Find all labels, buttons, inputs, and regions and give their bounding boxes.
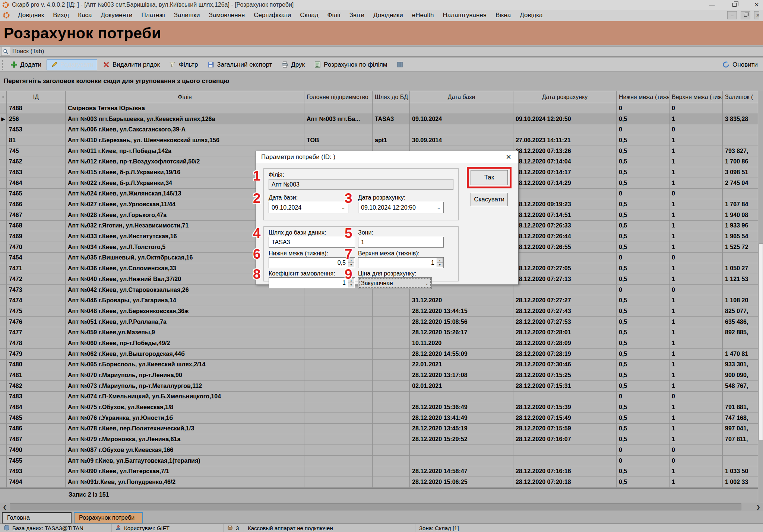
koef-spinner[interactable]: 1 ▲▼ [269,277,355,288]
print-button[interactable]: Друк [277,59,308,70]
table-row[interactable]: 7481Апт №070 г.Мариуполь, пр-т.Ленина,90… [0,370,763,381]
table-row[interactable]: 7490Апт №087 г.Обухов ул.Киевская,16600 [0,445,763,456]
row-selector[interactable] [0,381,7,392]
row-selector[interactable] [0,103,7,114]
scroll-right-icon[interactable]: ❯ [753,503,763,511]
group-by-area[interactable]: Перетягніть заголовок колонки сюди для у… [0,71,763,91]
row-selector[interactable] [0,167,7,178]
row-selector[interactable] [0,327,7,338]
tab-golovna[interactable]: Головна [2,512,72,523]
menu-item-9[interactable]: Склад [295,10,323,20]
mdi-close-icon[interactable]: ✕ [754,11,759,19]
column-chooser[interactable] [0,91,7,103]
row-selector[interactable] [0,295,7,306]
row-selector[interactable] [0,402,7,413]
data-rozrahunku-combo[interactable]: 09.10.2024 12:20:50⌄ [358,202,444,213]
row-selector[interactable] [0,456,7,466]
scroll-left-icon[interactable]: ❮ [0,503,10,511]
calc-by-branches-button[interactable]: Розрахунок по філіям [310,59,391,70]
table-row[interactable]: 7453Апт №006 г.Киев, ул.Саксаганского,39… [0,124,763,135]
nyzhnia-spinner[interactable]: 0,5 ▲▼ [269,257,355,268]
row-selector[interactable] [0,274,7,285]
minimize-icon[interactable]: — [708,1,716,8]
table-row[interactable]: 7455Апт №09 г.Киев, ул.Баггаутовская,1(т… [0,456,763,466]
cancel-button[interactable]: Скасувати [471,193,508,206]
filter-button[interactable]: Фільтр [165,59,202,70]
horizontal-scrollbar-thumb[interactable] [10,503,741,510]
row-selector[interactable] [0,338,7,349]
table-row[interactable]: ▶256Апт №003 пгт.Барышевка, ул.Киевский … [0,114,763,125]
tab-rozrahunok-potreby[interactable]: Розрахунок потреби [74,512,143,523]
column-header[interactable]: Філія [66,91,304,103]
row-selector[interactable] [0,178,7,189]
menu-item-2[interactable]: Вихід [48,10,73,20]
delete-row-button[interactable]: Видалити рядок [99,59,164,70]
dialog-close-icon[interactable]: ✕ [504,153,513,161]
table-row[interactable]: 7480Апт №065 г.Борисполь, ул.Киевский шл… [0,360,763,370]
menu-item-5[interactable]: Платежі [137,10,169,20]
menu-item-6[interactable]: Залишки [170,10,205,20]
tsina-combo[interactable]: Закупочная⌄ [358,277,432,289]
table-row[interactable]: 7484Апт №075 г.Обухов, ул.Киевская,1/828… [0,402,763,413]
zony-field[interactable]: 1 [358,237,444,248]
ok-button[interactable]: Так [471,170,508,185]
search-bar[interactable]: Поиск (Tab) [0,46,763,57]
row-selector[interactable] [0,306,7,317]
close-icon[interactable]: ✕ [753,1,761,8]
shlyah-field[interactable]: TASA3 [269,237,355,248]
row-selector[interactable] [0,231,7,242]
row-selector[interactable] [0,146,7,157]
menu-item-3[interactable]: Каса [73,10,96,20]
row-selector[interactable] [0,370,7,381]
row-selector[interactable] [0,445,7,456]
table-row[interactable]: 7479Апт №062 г.Киев, ул.Вышгородская,44б… [0,349,763,360]
row-selector[interactable] [0,221,7,232]
table-row[interactable]: 7483Апт №074 г.П-Хмельницкий, ул.Б.Хмель… [0,392,763,402]
edit-button[interactable]: Редагувати [47,59,97,70]
menu-item-16[interactable]: Довідка [515,10,547,20]
dialog-title-bar[interactable]: Параметри потреби (ID: ) ✕ [256,151,518,163]
row-selector[interactable] [0,263,7,274]
column-header[interactable]: Дата бази [410,91,513,103]
table-row[interactable]: 7474Апт №046 г.Бровары, ул.Гагарина,1431… [0,295,763,306]
mdi-restore-icon[interactable] [741,11,750,19]
row-selector[interactable] [0,189,7,200]
horizontal-scrollbar[interactable]: ❮ ❯ [0,503,763,511]
column-header[interactable]: Верхня межа (тижень) [669,91,723,103]
refresh-button[interactable]: Оновити [732,61,758,69]
menu-item-12[interactable]: Довідники [369,10,408,20]
column-header[interactable]: Шлях до БД [373,91,410,103]
filia-field[interactable]: Апт №003 [269,179,453,190]
table-row[interactable]: 7482Апт №073 г.Мариуполь, пр-т.Металлург… [0,381,763,392]
menu-item-4[interactable]: Документи [96,10,137,20]
menu-item-8[interactable]: Сертифікати [249,10,295,20]
data-bazy-combo[interactable]: 09.10.2024⌄ [269,202,348,213]
row-selector[interactable]: ▶ [0,114,7,125]
row-selector[interactable] [0,349,7,360]
spinner-arrows-icon[interactable]: ▲▼ [437,258,443,267]
table-row[interactable]: 7476Апт №051 г.Киев, ул.Р.Роллана,7а28.1… [0,317,763,328]
row-selector[interactable] [0,413,7,424]
row-selector[interactable] [0,242,7,253]
menu-item-11[interactable]: Звіти [345,10,369,20]
table-row[interactable]: 7485Апт №076 г.Украинка, ул.Юности,1б28.… [0,413,763,424]
table-row[interactable]: 81Апт №010 г.Березань, ул. Шевченковский… [0,135,763,146]
row-selector[interactable] [0,392,7,402]
table-row[interactable]: 7488Смірнова Тетяна Юрьївна00 [0,103,763,114]
menu-item-15[interactable]: Вікна [491,10,515,20]
column-header[interactable]: Нижня межа (тижень) [617,91,669,103]
column-header[interactable]: Головне підприемство [304,91,373,103]
row-selector[interactable] [0,253,7,264]
export-button[interactable]: Загальний експорт [203,59,276,70]
row-selector[interactable] [0,434,7,445]
menu-item-7[interactable]: Замовлення [204,10,249,20]
row-selector[interactable] [0,466,7,477]
vertical-scrollbar[interactable] [758,91,763,502]
verkhnia-spinner[interactable]: 1 ▲▼ [358,257,444,268]
row-selector[interactable] [0,424,7,434]
table-row[interactable]: 7478Апт №060 г.Киев, пр-т.Победы,49/210.… [0,338,763,349]
table-row[interactable]: 7477Апт №059 г.Киев,ул.Мазепы,928.12.202… [0,327,763,338]
search-input[interactable]: Поиск (Tab) [12,48,44,55]
row-selector[interactable] [0,317,7,328]
table-row[interactable]: 7486Апт №078 г.Киев, пер.Политехнический… [0,424,763,434]
